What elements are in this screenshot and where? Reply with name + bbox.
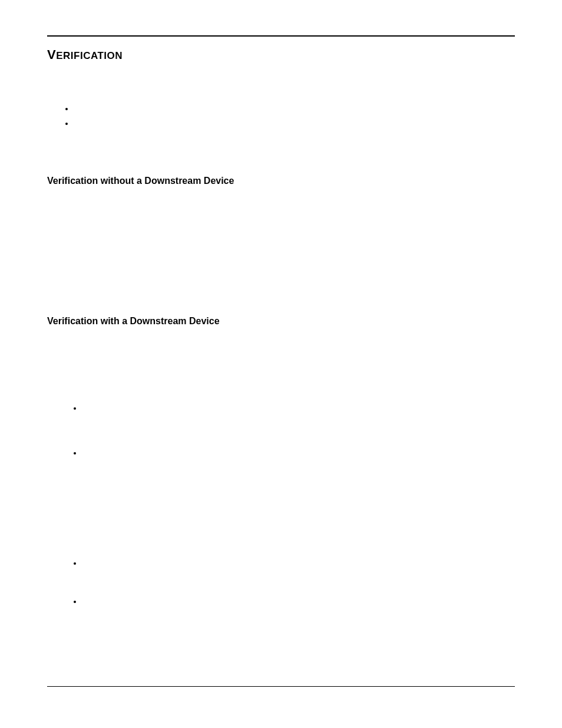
spacer [47, 140, 515, 158]
spacer [47, 344, 515, 403]
intro-bullets [74, 104, 515, 129]
list-item [82, 558, 515, 568]
list-item [82, 597, 515, 607]
group-3-bullets [82, 558, 515, 607]
group-2-bullets [82, 403, 515, 459]
spacer [47, 493, 515, 558]
spacer [47, 204, 515, 298]
list-item [74, 104, 515, 114]
bottom-rule [47, 686, 515, 687]
list-item [74, 118, 515, 129]
section-title: VERIFICATION [47, 47, 515, 62]
list-item [82, 448, 515, 458]
page: VERIFICATION Verification without a Down… [0, 0, 562, 728]
top-rule [47, 35, 515, 37]
list-item [82, 403, 515, 413]
subsection-title-2: Verification with a Downstream Device [47, 316, 515, 327]
subsection-title-1: Verification without a Downstream Device [47, 176, 515, 186]
spacer [47, 86, 515, 104]
section-title-text: VERIFICATION [47, 48, 123, 61]
